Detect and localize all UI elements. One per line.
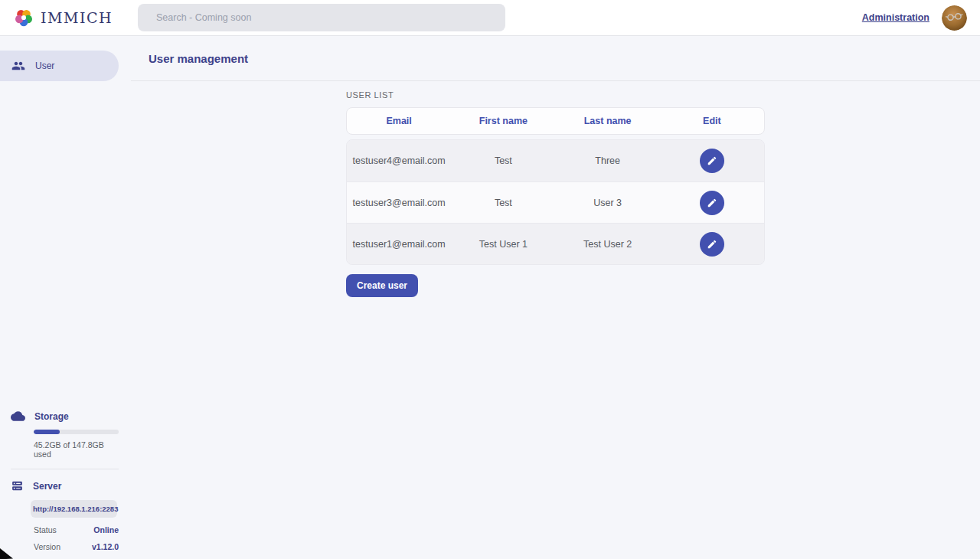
cell-first-name: Test User 1 [451,239,555,250]
table-body: testuser4@email.com Test Three testuser3… [346,139,765,265]
server-status-row: Status Online [34,525,119,534]
pencil-icon [707,198,717,208]
pencil-icon [707,155,717,166]
server-icon [11,479,24,492]
sidebar-item-user[interactable]: User [0,51,119,81]
version-label: Version [34,542,60,551]
user-table: Email First name Last name Edit testuser… [346,107,765,265]
table-row: testuser1@email.com Test User 1 Test Use… [347,223,764,264]
storage-progress-bar [34,430,119,434]
column-header-last-name: Last name [556,116,660,126]
version-value: v1.12.0 [92,542,119,551]
storage-progress-fill [34,430,60,434]
cell-email: testuser1@email.com [347,239,451,250]
server-url-badge: http://192.168.1.216:2283 [31,500,117,518]
column-header-first-name: First name [451,116,555,126]
topbar-right: Administration [862,5,967,31]
table-row: testuser4@email.com Test Three [347,140,764,181]
page-header: User management [131,36,980,81]
sidebar-status-panel: Storage 45.2GB of 147.8GB used Serv [0,409,119,551]
cloud-icon [11,409,25,423]
storage-title: Storage [34,411,69,422]
storage-usage-text: 45.2GB of 147.8GB used [34,440,119,459]
server-header: Server [11,479,119,492]
sidebar-divider [11,469,119,469]
sidebar: User Storage 45.2GB of 147.8GB used [0,36,131,559]
column-header-email: Email [347,116,451,126]
cell-first-name: Test [451,198,555,208]
app-name: IMMICH [41,9,113,26]
cell-last-name: Three [556,155,660,166]
cell-email: testuser3@email.com [347,198,451,208]
main-content: User management USER LIST Email First na… [131,36,980,559]
cell-last-name: Test User 2 [556,239,660,250]
immich-admin-page: { "header": { "app_name": "IMMICH", "sea… [0,0,980,559]
immich-logo[interactable]: IMMICH [14,8,113,28]
server-version-row: Version v1.12.0 [34,542,119,551]
search-bar[interactable] [138,4,505,31]
user-list-section: USER LIST Email First name Last name Edi… [346,90,765,297]
page-title: User management [149,52,248,65]
top-bar: IMMICH Administration [0,0,980,36]
pencil-icon [707,239,717,250]
status-value: Online [93,525,119,534]
server-title: Server [33,481,61,492]
storage-header: Storage [11,409,119,423]
user-avatar[interactable] [942,5,967,31]
search-input[interactable] [138,4,505,31]
cell-first-name: Test [451,155,555,166]
avatar-photo [942,5,967,31]
administration-link[interactable]: Administration [862,12,929,23]
cell-email: testuser4@email.com [347,155,451,166]
sidebar-item-label: User [35,60,54,71]
people-icon [11,59,25,73]
create-user-button[interactable]: Create user [346,274,418,297]
user-list-label: USER LIST [346,90,765,100]
table-header-row: Email First name Last name Edit [346,107,765,135]
status-label: Status [34,525,57,534]
cell-last-name: User 3 [556,198,660,208]
immich-flower-icon [14,8,34,28]
column-header-edit: Edit [660,116,764,126]
edit-user-button[interactable] [700,191,724,215]
table-row: testuser3@email.com Test User 3 [347,181,764,223]
edit-user-button[interactable] [700,149,724,173]
edit-user-button[interactable] [700,232,724,257]
